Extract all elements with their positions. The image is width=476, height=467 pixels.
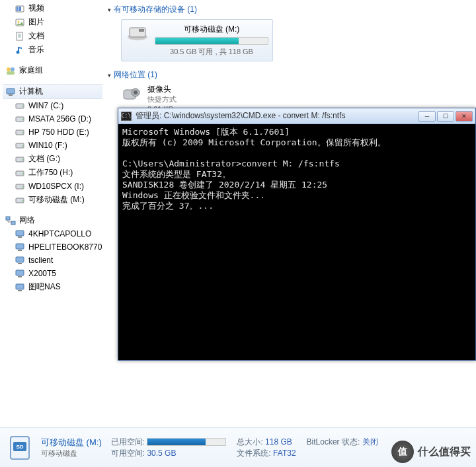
watermark-text: 什么值得买 bbox=[418, 445, 471, 459]
watermark-icon: 值 bbox=[391, 441, 414, 463]
drive-tile-removable[interactable]: 可移动磁盘 (M:) 30.5 GB 可用 , 共 118 GB bbox=[121, 19, 273, 61]
sidebar-item-label: 视频 bbox=[28, 3, 44, 14]
svg-point-4 bbox=[18, 20, 20, 22]
svg-point-8 bbox=[11, 67, 15, 71]
sidebar-item-library[interactable]: 音乐 bbox=[3, 43, 102, 57]
cmd-output[interactable]: Microsoft Windows [版本 6.1.7601] 版权所有 (c)… bbox=[118, 124, 475, 360]
details-pane: SD 可移动磁盘 (M:) 可移动磁盘 已用空间: 可用空间: 30.5 GB … bbox=[0, 427, 476, 467]
drive-tile-subtitle: 30.5 GB 可用 , 共 118 GB bbox=[155, 47, 268, 57]
free-space-label: 可用空间: bbox=[111, 449, 145, 458]
drive-icon bbox=[15, 100, 25, 111]
sidebar-item-drive[interactable]: WD10SPCX (I:) bbox=[3, 180, 102, 193]
drive-icon bbox=[15, 168, 25, 178]
sidebar-item-label: tsclient bbox=[28, 256, 53, 265]
svg-point-45 bbox=[134, 90, 138, 94]
sidebar-item-library[interactable]: 图片 bbox=[3, 15, 102, 29]
cmd-titlebar[interactable]: C:\ 管理员: C:\windows\system32\CMD.exe - c… bbox=[118, 108, 475, 124]
drive-tile-title: 可移动磁盘 (M:) bbox=[155, 24, 268, 35]
sidebar-item-library[interactable]: 视频 bbox=[3, 1, 102, 15]
cmd-window[interactable]: C:\ 管理员: C:\windows\system32\CMD.exe - c… bbox=[118, 108, 476, 361]
bitlocker-value: 关闭 bbox=[362, 437, 378, 447]
used-space-bar bbox=[147, 438, 226, 446]
svg-rect-37 bbox=[18, 276, 22, 277]
drive-removable-icon bbox=[126, 24, 149, 42]
watermark: 值 什么值得买 bbox=[391, 441, 471, 463]
camera-icon bbox=[121, 85, 142, 103]
sidebar-item-library[interactable]: 文档 bbox=[3, 29, 102, 43]
free-space-value: 30.5 GB bbox=[147, 449, 176, 458]
svg-rect-32 bbox=[16, 244, 24, 249]
sidebar-item-label: 工作750 (H:) bbox=[28, 167, 73, 178]
svg-rect-39 bbox=[18, 290, 22, 291]
sidebar-item-label: 文档 bbox=[28, 30, 44, 42]
drive-icon bbox=[15, 181, 25, 192]
svg-rect-36 bbox=[16, 270, 24, 275]
sidebar-item-drive[interactable]: 可移动磁盘 (M:) bbox=[3, 193, 102, 207]
drive-usage-bar bbox=[155, 37, 268, 45]
sidebar-item-drive[interactable]: 文档 (G:) bbox=[3, 152, 102, 166]
status-subtitle: 可移动磁盘 bbox=[41, 449, 102, 458]
svg-rect-34 bbox=[16, 257, 24, 262]
section-network-locations[interactable]: 网络位置 (1) bbox=[108, 67, 473, 82]
svg-rect-5 bbox=[17, 32, 22, 40]
close-button[interactable]: ✕ bbox=[456, 111, 473, 122]
section-removable-devices[interactable]: 有可移动存储的设备 (1) bbox=[108, 1, 473, 17]
svg-rect-31 bbox=[18, 236, 22, 238]
sidebar-header-computer[interactable]: 计算机 bbox=[3, 84, 102, 99]
total-size-value: 118 GB bbox=[265, 437, 292, 447]
computer-icon bbox=[15, 229, 25, 239]
svg-point-13 bbox=[22, 106, 23, 107]
navigation-pane: 视频图片文档音乐 家庭组 计算机 WIN7 (C:)MSATA 256G (D:… bbox=[0, 0, 102, 423]
sidebar-item-label: 音乐 bbox=[28, 44, 44, 55]
svg-point-25 bbox=[22, 186, 23, 188]
svg-point-6 bbox=[17, 50, 20, 54]
drive-icon bbox=[15, 127, 25, 137]
svg-rect-30 bbox=[16, 231, 24, 236]
svg-point-23 bbox=[22, 173, 23, 174]
sidebar-item-drive[interactable]: HP 750 HDD (E:) bbox=[3, 126, 102, 139]
used-space-label: 已用空间: bbox=[111, 437, 145, 447]
sidebar-item-label: HP 750 HDD (E:) bbox=[28, 127, 89, 137]
svg-point-21 bbox=[22, 159, 23, 161]
svg-point-15 bbox=[22, 119, 23, 120]
sidebar-item-label: 家庭组 bbox=[19, 65, 43, 76]
sidebar-item-drive[interactable]: MSATA 256G (D:) bbox=[3, 112, 102, 126]
sidebar-item-network-pc[interactable]: HPELITEBOOK8770 bbox=[3, 240, 102, 254]
sidebar-item-network-pc[interactable]: X200T5 bbox=[3, 267, 102, 280]
sidebar-item-network-pc[interactable]: tsclient bbox=[3, 254, 102, 267]
sidebar-item-network[interactable]: 网络 bbox=[3, 213, 102, 227]
drive-icon bbox=[15, 154, 25, 164]
sidebar-item-network-pc[interactable]: 图吧NAS bbox=[3, 280, 102, 294]
maximize-button[interactable]: ☐ bbox=[437, 111, 454, 122]
sidebar-item-drive[interactable]: 工作750 (H:) bbox=[3, 166, 102, 180]
sidebar-item-label: 网络 bbox=[19, 215, 35, 226]
svg-rect-10 bbox=[7, 89, 15, 94]
sd-card-icon: SD bbox=[7, 434, 34, 462]
drive-icon bbox=[15, 114, 25, 124]
status-title: 可移动磁盘 (M:) bbox=[41, 437, 102, 449]
sidebar-item-drive[interactable]: WIN7 (C:) bbox=[3, 99, 102, 112]
svg-point-27 bbox=[22, 200, 23, 201]
sidebar-item-network-pc[interactable]: 4KHPTCAPOLLO bbox=[3, 227, 102, 240]
svg-rect-33 bbox=[18, 250, 22, 251]
svg-text:SD: SD bbox=[16, 444, 23, 450]
sidebar-item-label: WIN7 (C:) bbox=[28, 101, 63, 110]
bitlocker-label: BitLocker 状态: bbox=[307, 437, 360, 447]
netloc-type: 快捷方式 bbox=[147, 94, 177, 104]
documents-icon bbox=[15, 31, 25, 42]
cmd-icon: C:\ bbox=[121, 112, 132, 121]
svg-rect-28 bbox=[6, 217, 10, 220]
sidebar-item-label: 图吧NAS bbox=[28, 281, 61, 293]
sidebar-item-homegroup[interactable]: 家庭组 bbox=[3, 63, 102, 77]
sidebar-header-label: 计算机 bbox=[19, 86, 43, 97]
sidebar-item-label: HPELITEBOOK8770 bbox=[28, 242, 102, 252]
sidebar-item-label: 可移动磁盘 (M:) bbox=[28, 194, 85, 205]
svg-rect-38 bbox=[16, 284, 24, 289]
sidebar-item-drive[interactable]: WIN10 (F:) bbox=[3, 139, 102, 152]
svg-point-17 bbox=[22, 132, 23, 133]
minimize-button[interactable]: ─ bbox=[418, 111, 436, 122]
computer-icon bbox=[15, 282, 25, 293]
svg-rect-35 bbox=[18, 263, 22, 264]
sidebar-item-label: X200T5 bbox=[28, 269, 56, 278]
computer-icon bbox=[15, 242, 25, 252]
